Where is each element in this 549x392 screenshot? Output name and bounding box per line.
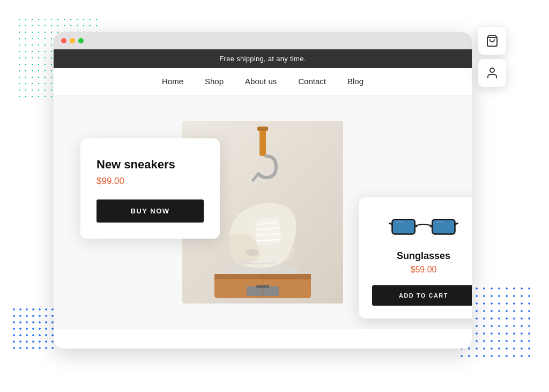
add-to-cart-button[interactable]: ADD TO CART xyxy=(372,285,472,306)
buy-now-button[interactable]: BUY NOW xyxy=(97,199,204,223)
nav-item-about[interactable]: About us xyxy=(245,77,277,86)
nav-link-home[interactable]: Home xyxy=(162,77,183,86)
card-sunglasses: Sunglasses $59.00 ADD TO CART xyxy=(359,197,472,319)
sunglasses-image-wrap xyxy=(372,212,472,242)
hero-area: New sneakers $99.00 BUY NOW xyxy=(54,95,472,329)
svg-line-4 xyxy=(253,174,258,180)
svg-point-10 xyxy=(246,249,258,256)
nav-item-blog[interactable]: Blog xyxy=(347,77,363,86)
laptop-frame: Free shipping, at any time. Home Shop Ab… xyxy=(54,32,472,349)
cart-icon-button[interactable] xyxy=(478,27,506,55)
maximize-window-button[interactable] xyxy=(78,38,84,43)
sunglasses-product-name: Sunglasses xyxy=(372,250,472,262)
svg-point-1 xyxy=(490,68,494,72)
close-window-button[interactable] xyxy=(61,38,66,43)
sneakers-price: $99.00 xyxy=(97,176,204,187)
svg-rect-2 xyxy=(259,127,266,156)
sunglasses-illustration xyxy=(389,212,458,242)
browser-top-bar xyxy=(54,32,472,49)
banner-text: Free shipping, at any time. xyxy=(219,55,306,63)
blue-dots-left-decoration xyxy=(11,306,54,349)
nav-link-blog[interactable]: Blog xyxy=(347,77,363,86)
sneakers-product-name: New sneakers xyxy=(97,158,204,172)
svg-point-22 xyxy=(414,225,417,227)
nav-link-shop[interactable]: Shop xyxy=(205,77,224,86)
nav-link-contact[interactable]: Contact xyxy=(298,77,326,86)
nav-link-about[interactable]: About us xyxy=(245,77,277,86)
card-sneakers: New sneakers $99.00 BUY NOW xyxy=(80,138,220,239)
minimize-window-button[interactable] xyxy=(70,38,75,43)
nav-item-shop[interactable]: Shop xyxy=(205,77,224,86)
promo-banner: Free shipping, at any time. xyxy=(54,49,472,68)
main-nav: Home Shop About us Contact Blog xyxy=(54,68,472,95)
svg-rect-3 xyxy=(257,127,268,131)
user-icon xyxy=(486,66,499,79)
cart-icon xyxy=(486,34,499,47)
sunglasses-price: $59.00 xyxy=(372,265,472,275)
nav-item-home[interactable]: Home xyxy=(162,77,183,86)
user-icon-button[interactable] xyxy=(478,59,506,87)
svg-rect-16 xyxy=(392,219,415,234)
nav-item-contact[interactable]: Contact xyxy=(298,77,326,86)
svg-rect-18 xyxy=(432,219,455,234)
svg-point-23 xyxy=(430,225,433,227)
browser-screen: Free shipping, at any time. Home Shop Ab… xyxy=(54,49,472,349)
nav-items-list: Home Shop About us Contact Blog xyxy=(162,77,363,86)
